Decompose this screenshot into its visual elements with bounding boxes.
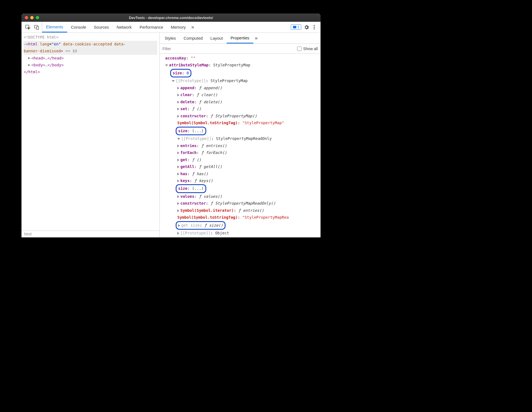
tab-sources[interactable]: Sources <box>90 22 113 32</box>
filter-input[interactable] <box>162 47 297 51</box>
tab-console[interactable]: Console <box>67 22 90 32</box>
breadcrumb[interactable]: html <box>21 231 159 237</box>
doctype-node[interactable]: <!DOCTYPE html> <box>24 34 157 41</box>
property-key: Symbol(Symbol.iterator) <box>180 208 234 213</box>
chevron-down-icon <box>177 138 180 140</box>
titlebar: DevTools - developer.chrome.com/docs/dev… <box>21 13 321 22</box>
maximize-icon[interactable] <box>36 16 39 19</box>
property-value: ƒ keys() <box>194 178 213 183</box>
property-value: ƒ delete() <box>199 100 222 104</box>
chevron-down-icon <box>165 64 168 66</box>
property-row[interactable]: getAll: ƒ getAll() <box>161 163 319 170</box>
chevron-right-icon <box>178 224 180 227</box>
property-key: Symbol(Symbol.toStringTag) <box>177 215 238 219</box>
inspect-element-icon[interactable] <box>25 24 31 30</box>
property-value: "StylePropertyMapRea <box>242 215 289 219</box>
sidebar-tab-layout[interactable]: Layout <box>207 33 227 44</box>
property-row[interactable]: clear: ƒ clear() <box>161 91 319 98</box>
property-key: has <box>180 172 187 176</box>
property-key: [[Prototype]] <box>181 136 211 141</box>
devtools-window: DevTools - developer.chrome.com/docs/dev… <box>21 13 321 237</box>
property-key: size <box>178 186 188 191</box>
sidebar-more-tabs-icon[interactable]: » <box>253 35 259 41</box>
html-node[interactable]: ⋯<html lang="en" data-cookies-accepted d… <box>24 41 157 55</box>
property-row[interactable]: constructor: ƒ StylePropertyMap() <box>161 113 319 120</box>
head-node[interactable]: ▶<head>…</head> <box>24 55 157 62</box>
property-row[interactable]: size: (...) <box>161 184 319 193</box>
property-row[interactable]: values: ƒ values() <box>161 193 319 200</box>
property-key: clear <box>180 93 192 97</box>
traffic-lights <box>25 16 39 19</box>
checkbox-icon[interactable] <box>297 47 302 51</box>
chevron-right-icon <box>177 151 179 154</box>
highlight-pill: get size: ƒ size() <box>176 221 226 230</box>
property-row[interactable]: get: ƒ () <box>161 156 319 163</box>
toolbar-left-icons <box>23 22 42 32</box>
gear-icon[interactable] <box>304 25 309 30</box>
tab-elements[interactable]: Elements <box>42 22 67 32</box>
chevron-right-icon <box>177 159 179 161</box>
property-key: getAll <box>180 164 194 169</box>
property-row[interactable]: size: 0 <box>161 69 319 77</box>
property-row[interactable]: Symbol(Symbol.toStringTag): "StyleProper… <box>161 120 319 126</box>
properties-tree[interactable]: accessKey: ""attributeStyleMap: StylePro… <box>160 54 321 237</box>
window-title: DevTools - developer.chrome.com/docs/dev… <box>21 16 321 20</box>
issues-button[interactable]: 1 <box>291 25 301 30</box>
body-node[interactable]: ▶<body>…</body> <box>24 62 157 69</box>
property-key: [[Prototype]] <box>180 231 211 235</box>
property-row[interactable]: [[Prototype]]: StylePropertyMap <box>161 77 319 84</box>
tab-performance[interactable]: Performance <box>136 22 167 32</box>
html-close-node[interactable]: </html> <box>24 69 157 75</box>
property-key: size <box>173 71 182 75</box>
property-row[interactable]: Symbol(Symbol.iterator): ƒ entries() <box>161 207 319 214</box>
property-value: 0 <box>187 71 189 75</box>
tab-memory[interactable]: Memory <box>167 22 190 32</box>
property-value: ƒ entries() <box>201 143 227 148</box>
more-tabs-icon[interactable]: » <box>190 24 196 30</box>
highlight-pill: size: (...) <box>176 184 206 193</box>
property-row[interactable]: constructor: ƒ StylePropertyMapReadOnly(… <box>161 200 319 207</box>
property-key: forEach <box>180 150 197 155</box>
property-value: ƒ getAll() <box>199 164 222 169</box>
property-row[interactable]: size: (...) <box>161 127 319 135</box>
sidebar-tab-properties[interactable]: Properties <box>227 33 253 44</box>
chevron-right-icon <box>177 115 179 118</box>
property-row[interactable]: accessKey: "" <box>161 55 319 62</box>
property-row[interactable]: has: ƒ has() <box>161 170 319 177</box>
property-row[interactable]: entries: ƒ entries() <box>161 142 319 149</box>
property-value: StylePropertyMap <box>213 63 250 67</box>
minimize-icon[interactable] <box>30 16 34 19</box>
sidebar-tab-styles[interactable]: Styles <box>161 33 180 44</box>
kebab-menu-icon[interactable] <box>312 25 317 30</box>
property-row[interactable]: set: ƒ () <box>161 105 319 112</box>
show-all-toggle[interactable]: Show all <box>297 47 318 51</box>
property-row[interactable]: [[Prototype]]: StylePropertyMapReadOnly <box>161 135 319 142</box>
svg-rect-2 <box>37 26 39 29</box>
property-key: get <box>180 158 187 162</box>
property-row[interactable]: delete: ƒ delete() <box>161 99 319 105</box>
close-icon[interactable] <box>25 16 28 19</box>
property-key: constructor <box>180 114 206 118</box>
show-all-label: Show all <box>303 47 318 51</box>
device-toggle-icon[interactable] <box>34 24 40 30</box>
main-tabs: ElementsConsoleSourcesNetworkPerformance… <box>42 22 190 32</box>
chevron-right-icon <box>177 202 179 205</box>
tab-network[interactable]: Network <box>113 22 136 32</box>
property-value: ƒ has() <box>192 172 208 176</box>
chevron-right-icon <box>177 94 179 96</box>
dom-tree[interactable]: <!DOCTYPE html> ⋯<html lang="en" data-co… <box>21 33 159 231</box>
svg-rect-3 <box>293 26 296 28</box>
property-row[interactable]: forEach: ƒ forEach() <box>161 149 319 156</box>
property-row[interactable]: Symbol(Symbol.toStringTag): "StyleProper… <box>161 214 319 221</box>
svg-point-5 <box>314 27 315 28</box>
property-row[interactable]: [[Prototype]]: Object <box>161 230 319 237</box>
elements-panel: <!DOCTYPE html> ⋯<html lang="en" data-co… <box>21 33 160 237</box>
property-value: ƒ () <box>192 158 201 162</box>
property-row[interactable]: append: ƒ append() <box>161 85 319 91</box>
property-key: accessKey <box>165 56 186 60</box>
sidebar-tab-computed[interactable]: Computed <box>180 33 207 44</box>
property-row[interactable]: keys: ƒ keys() <box>161 177 319 184</box>
property-row[interactable]: attributeStyleMap: StylePropertyMap <box>161 62 319 69</box>
property-row[interactable]: get size: ƒ size() <box>161 221 319 230</box>
property-value: ƒ append() <box>199 86 222 90</box>
